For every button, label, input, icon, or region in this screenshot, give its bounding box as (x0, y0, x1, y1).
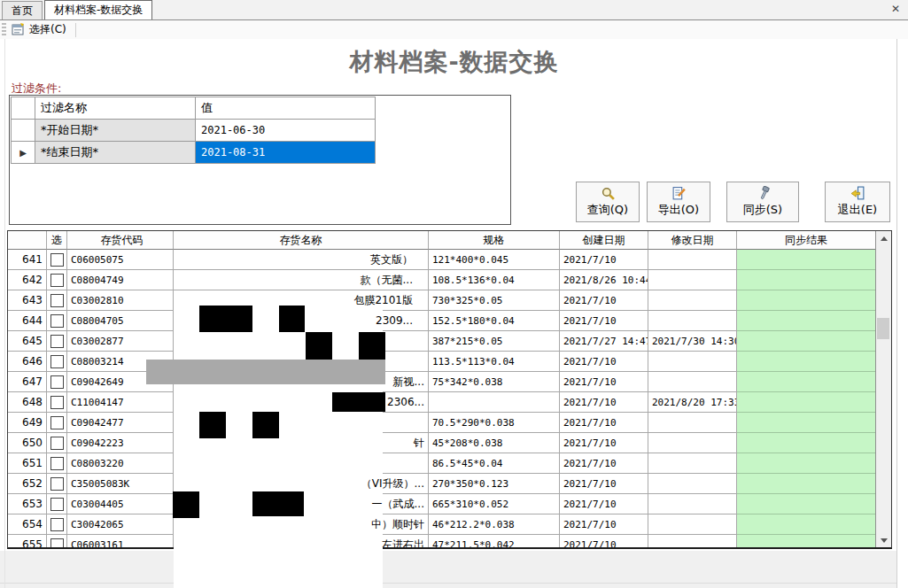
cell-row-number: 646 (8, 352, 47, 372)
row-checkbox[interactable] (50, 396, 64, 409)
close-icon[interactable]: ✕ (889, 2, 903, 16)
vertical-scrollbar[interactable] (875, 231, 891, 547)
select-button-label: 选择(C) (29, 22, 66, 37)
row-selector-cell[interactable] (12, 120, 35, 142)
stock-name-column-header: 存货名称 (174, 231, 429, 250)
cell-created-date: 2021/7/10 (560, 453, 648, 474)
sync-button[interactable]: 同步(S) (726, 182, 799, 222)
cell-modified-date (648, 494, 737, 514)
cell-select[interactable] (47, 331, 67, 352)
sync-result-column-header: 同步结果 (737, 231, 876, 250)
exit-button[interactable]: 退出(E) (825, 182, 890, 222)
row-checkbox[interactable] (50, 518, 64, 531)
cell-sync-result (737, 413, 876, 433)
row-checkbox[interactable] (50, 294, 64, 307)
cell-stock-code: C11004147 (67, 392, 174, 413)
stock-name-fragment: （VI升级）... (361, 476, 424, 491)
cell-select[interactable] (47, 494, 67, 514)
cell-select[interactable] (47, 535, 67, 549)
scroll-down-icon[interactable] (876, 533, 891, 547)
cell-created-date: 2021/7/10 (560, 433, 648, 453)
cell-stock-code: C03002810 (67, 290, 174, 311)
redaction-box (174, 301, 383, 588)
cell-stock-code: C08004749 (67, 270, 174, 290)
cell-select[interactable] (47, 311, 67, 331)
filter-value-cell[interactable]: 2021-08-31 (196, 142, 376, 164)
toolbar-separator (75, 23, 76, 37)
row-checkbox[interactable] (50, 253, 64, 267)
row-checkbox[interactable] (50, 274, 64, 287)
redaction-box (173, 491, 199, 518)
cell-select[interactable] (47, 413, 67, 433)
cell-created-date: 2021/7/10 (560, 413, 648, 433)
cell-select[interactable] (47, 270, 67, 290)
cell-select[interactable] (47, 372, 67, 392)
row-selector-cell[interactable]: ▶ (12, 142, 35, 164)
cell-row-number: 648 (8, 392, 47, 413)
cell-created-date: 2021/7/10 (560, 535, 648, 549)
cell-modified-date (648, 352, 737, 372)
cell-stock-code: C03002877 (67, 331, 174, 352)
row-checkbox[interactable] (50, 355, 64, 368)
table-row: 646C08003214113.5*113*0.042021/7/10 (8, 352, 891, 372)
cell-created-date: 2021/7/10 (560, 392, 648, 413)
cell-created-date: 2021/7/10 (560, 372, 648, 392)
row-checkbox[interactable] (50, 375, 64, 389)
tab-home[interactable]: 首页 (2, 1, 43, 19)
cell-stock-code: C35005083K (67, 474, 174, 494)
row-checkbox[interactable] (50, 498, 64, 511)
filter-value-cell[interactable]: 2021-06-30 (196, 120, 376, 142)
cell-select[interactable] (47, 474, 67, 494)
cell-modified-date (648, 453, 737, 474)
row-checkbox[interactable] (50, 416, 64, 429)
cell-spec: 113.5*113*0.04 (429, 352, 560, 372)
cell-select[interactable] (47, 352, 67, 372)
stock-name-fragment: 一（武成... (372, 497, 424, 512)
redaction-box (146, 360, 385, 384)
row-checkbox[interactable] (50, 437, 64, 450)
cell-modified-date (648, 250, 737, 270)
cell-stock-code: C09042477 (67, 413, 174, 433)
filter-grid: 过滤名称 值 *开始日期*2021-06-30▶*结束日期*2021-08-31 (11, 97, 376, 164)
scroll-up-icon[interactable] (876, 231, 891, 245)
cell-sync-result (737, 331, 876, 352)
row-checkbox[interactable] (50, 457, 64, 470)
stock-name-fragment: 针 (414, 436, 424, 451)
stock-name-fragment: 款（无菌... (361, 273, 413, 288)
cell-sync-result (737, 250, 876, 270)
cell-row-number: 642 (8, 270, 47, 290)
cell-select[interactable] (47, 250, 67, 270)
export-icon (671, 186, 687, 201)
cell-stock-code: C03004405 (67, 494, 174, 514)
cell-select[interactable] (47, 290, 67, 311)
cell-created-date: 2021/7/10 (560, 250, 648, 270)
scrollbar-thumb[interactable] (877, 318, 889, 339)
stock-code-column-header: 存货代码 (67, 231, 174, 250)
cell-spec: 108.5*136*0.04 (429, 270, 560, 290)
cell-stock-code: C08004705 (67, 311, 174, 331)
table-row: 644C080047052309...152.5*180*0.042021/7/… (8, 311, 891, 331)
row-checkbox[interactable] (50, 538, 64, 550)
cell-row-number: 647 (8, 372, 47, 392)
query-button[interactable]: 查询(Q) (576, 182, 640, 222)
cell-select[interactable] (47, 392, 67, 413)
stock-name-fragment: 中）顺时针 (371, 517, 424, 532)
cell-select[interactable] (47, 514, 67, 535)
cell-select[interactable] (47, 453, 67, 474)
redaction-box (279, 306, 305, 332)
select-column-header: 选 (47, 231, 67, 250)
row-checkbox[interactable] (50, 314, 64, 328)
row-checkbox[interactable] (50, 477, 64, 491)
cell-select[interactable] (47, 433, 67, 453)
select-button[interactable]: 选择(C) (6, 20, 72, 39)
cell-created-date: 2021/7/27 14:47 (560, 331, 648, 352)
page-title: 材料档案-数据交换 (0, 46, 908, 78)
row-checkbox[interactable] (50, 335, 64, 348)
tab-material-data-exchange[interactable]: 材料档案-数据交换 (44, 0, 152, 19)
cell-modified-date (648, 535, 737, 549)
table-row: 647C09042649新视...75*342*0.0382021/7/10 (8, 372, 891, 392)
table-row: 654C30042065中）顺时针46*212.2*0.0382021/7/10 (8, 514, 891, 535)
redaction-box (332, 392, 385, 412)
cell-created-date: 2021/7/10 (560, 514, 648, 535)
export-button[interactable]: 导出(O) (647, 182, 710, 222)
